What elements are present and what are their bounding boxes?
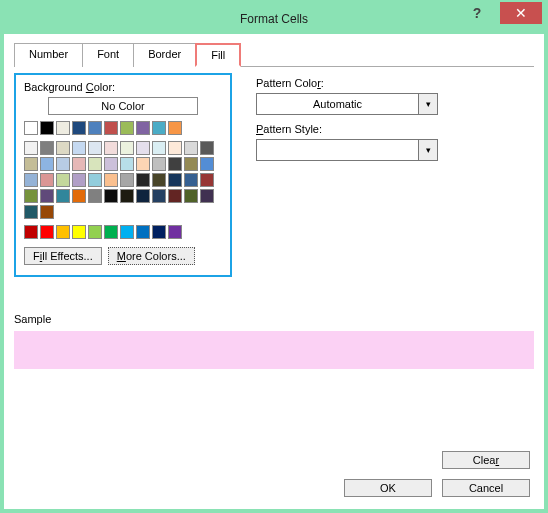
background-color-panel: Background Color: No Color Fill Effects.… bbox=[14, 73, 232, 277]
color-swatch[interactable] bbox=[200, 189, 214, 203]
color-swatch[interactable] bbox=[24, 121, 38, 135]
color-swatch[interactable] bbox=[120, 121, 134, 135]
color-swatch[interactable] bbox=[136, 189, 150, 203]
color-swatch[interactable] bbox=[40, 173, 54, 187]
color-swatch[interactable] bbox=[136, 141, 150, 155]
color-swatch[interactable] bbox=[88, 173, 102, 187]
color-swatch[interactable] bbox=[184, 157, 198, 171]
color-swatch[interactable] bbox=[152, 157, 166, 171]
color-swatch[interactable] bbox=[168, 141, 182, 155]
color-swatch[interactable] bbox=[56, 225, 70, 239]
color-swatch[interactable] bbox=[24, 189, 38, 203]
close-button[interactable]: ✕ bbox=[500, 2, 542, 24]
color-swatch[interactable] bbox=[72, 157, 86, 171]
color-swatch[interactable] bbox=[104, 173, 118, 187]
color-swatch[interactable] bbox=[184, 141, 198, 155]
cancel-button[interactable]: Cancel bbox=[442, 479, 530, 497]
standard-colors-row bbox=[24, 225, 222, 239]
theme-colors-header-row bbox=[24, 121, 222, 135]
pattern-panel: Pattern Color: Automatic ▾ Pattern Style… bbox=[256, 73, 534, 277]
color-swatch[interactable] bbox=[200, 157, 214, 171]
color-swatch[interactable] bbox=[152, 189, 166, 203]
color-swatch[interactable] bbox=[200, 141, 214, 155]
color-swatch[interactable] bbox=[88, 121, 102, 135]
color-swatch[interactable] bbox=[88, 225, 102, 239]
color-swatch[interactable] bbox=[152, 225, 166, 239]
color-swatch[interactable] bbox=[24, 141, 38, 155]
tab-border[interactable]: Border bbox=[133, 43, 196, 67]
tab-font[interactable]: Font bbox=[82, 43, 134, 67]
clear-button[interactable]: Clear bbox=[442, 451, 530, 469]
color-swatch[interactable] bbox=[56, 141, 70, 155]
color-swatch[interactable] bbox=[40, 205, 54, 219]
color-swatch[interactable] bbox=[72, 121, 86, 135]
dialog-footer: Clear OK Cancel bbox=[344, 451, 530, 497]
color-swatch[interactable] bbox=[152, 121, 166, 135]
sample-section: Sample bbox=[14, 313, 534, 369]
color-swatch[interactable] bbox=[72, 189, 86, 203]
color-swatch[interactable] bbox=[120, 157, 134, 171]
color-swatch[interactable] bbox=[120, 173, 134, 187]
color-swatch[interactable] bbox=[184, 173, 198, 187]
chevron-down-icon: ▾ bbox=[418, 140, 437, 160]
color-swatch[interactable] bbox=[200, 173, 214, 187]
color-swatch[interactable] bbox=[104, 189, 118, 203]
pattern-style-combo[interactable]: ▾ bbox=[256, 139, 438, 161]
titlebar: Format Cells ? ✕ bbox=[4, 4, 544, 34]
color-swatch[interactable] bbox=[168, 157, 182, 171]
tab-fill[interactable]: Fill bbox=[195, 43, 241, 67]
no-color-button[interactable]: No Color bbox=[48, 97, 198, 115]
color-swatch[interactable] bbox=[24, 205, 38, 219]
color-swatch[interactable] bbox=[152, 141, 166, 155]
color-swatch[interactable] bbox=[56, 189, 70, 203]
color-swatch[interactable] bbox=[24, 225, 38, 239]
pattern-color-combo[interactable]: Automatic ▾ bbox=[256, 93, 438, 115]
color-swatch[interactable] bbox=[40, 189, 54, 203]
sample-preview bbox=[14, 331, 534, 369]
color-swatch[interactable] bbox=[104, 157, 118, 171]
color-swatch[interactable] bbox=[72, 141, 86, 155]
fill-effects-button[interactable]: Fill Effects... bbox=[24, 247, 102, 265]
color-swatch[interactable] bbox=[104, 225, 118, 239]
color-swatch[interactable] bbox=[88, 157, 102, 171]
color-swatch[interactable] bbox=[24, 157, 38, 171]
color-swatch[interactable] bbox=[40, 121, 54, 135]
color-swatch[interactable] bbox=[56, 157, 70, 171]
color-swatch[interactable] bbox=[56, 173, 70, 187]
color-swatch[interactable] bbox=[168, 189, 182, 203]
pattern-color-value: Automatic bbox=[257, 98, 418, 110]
color-swatch[interactable] bbox=[56, 121, 70, 135]
more-colors-button[interactable]: More Colors... bbox=[108, 247, 195, 265]
color-swatch[interactable] bbox=[40, 225, 54, 239]
color-swatch[interactable] bbox=[72, 173, 86, 187]
color-swatch[interactable] bbox=[136, 121, 150, 135]
format-cells-dialog: Format Cells ? ✕ NumberFontBorderFill Ba… bbox=[0, 0, 548, 513]
color-swatch[interactable] bbox=[72, 225, 86, 239]
color-swatch[interactable] bbox=[136, 225, 150, 239]
color-swatch[interactable] bbox=[88, 189, 102, 203]
color-swatch[interactable] bbox=[120, 141, 134, 155]
sample-label: Sample bbox=[14, 313, 534, 325]
ok-button[interactable]: OK bbox=[344, 479, 432, 497]
color-swatch[interactable] bbox=[120, 225, 134, 239]
color-swatch[interactable] bbox=[104, 141, 118, 155]
color-swatch[interactable] bbox=[168, 225, 182, 239]
color-swatch[interactable] bbox=[136, 173, 150, 187]
tab-number[interactable]: Number bbox=[14, 43, 83, 67]
color-swatch[interactable] bbox=[40, 157, 54, 171]
chevron-down-icon: ▾ bbox=[418, 94, 437, 114]
theme-colors-grid bbox=[24, 141, 222, 219]
color-swatch[interactable] bbox=[120, 189, 134, 203]
color-swatch[interactable] bbox=[184, 189, 198, 203]
tab-strip: NumberFontBorderFill bbox=[14, 42, 534, 67]
color-swatch[interactable] bbox=[168, 173, 182, 187]
color-swatch[interactable] bbox=[104, 121, 118, 135]
color-swatch[interactable] bbox=[88, 141, 102, 155]
dialog-content: NumberFontBorderFill Background Color: N… bbox=[4, 34, 544, 379]
color-swatch[interactable] bbox=[40, 141, 54, 155]
color-swatch[interactable] bbox=[136, 157, 150, 171]
color-swatch[interactable] bbox=[152, 173, 166, 187]
color-swatch[interactable] bbox=[168, 121, 182, 135]
color-swatch[interactable] bbox=[24, 173, 38, 187]
help-button[interactable]: ? bbox=[456, 2, 498, 24]
